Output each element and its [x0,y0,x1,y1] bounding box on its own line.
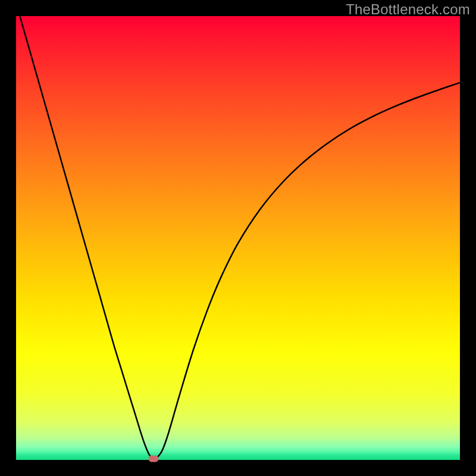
chart-frame: TheBottleneck.com [0,0,476,476]
optimum-marker [149,455,159,462]
watermark-text: TheBottleneck.com [346,1,470,18]
bottleneck-curve [16,16,460,460]
